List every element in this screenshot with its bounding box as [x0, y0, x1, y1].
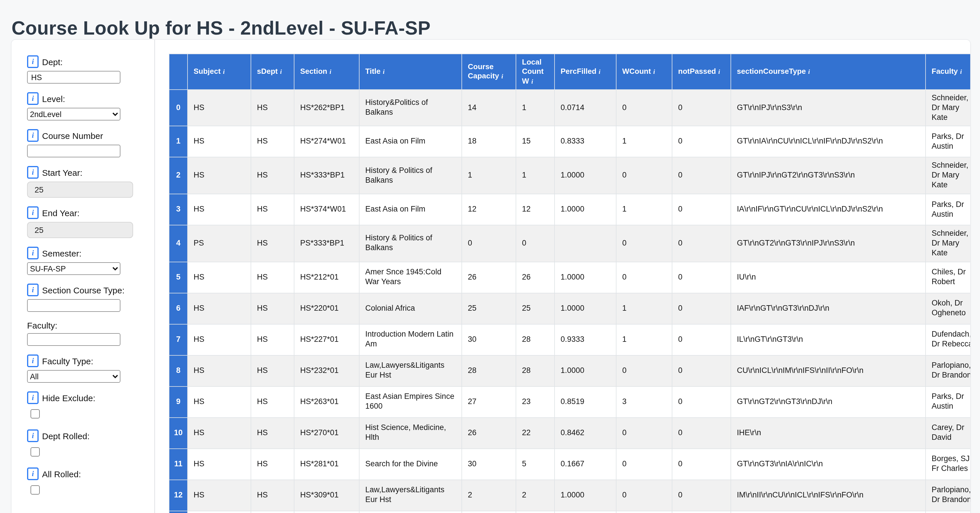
cell-subject: HS	[188, 194, 251, 225]
cell-faculty: Chiles, Dr Robert	[926, 511, 970, 513]
cell-faculty: Parks, Dr Austin	[926, 126, 970, 157]
cell-perc_filled	[555, 511, 616, 513]
cell-title: East Asian Empires Since 1600	[359, 386, 462, 417]
cell-wcount: 0	[616, 225, 672, 262]
cell-local_count_w: 1	[516, 90, 555, 126]
header-info-icon: i	[329, 68, 331, 75]
cell-section: HS*220*01	[294, 293, 359, 324]
filter-label-text: Level:	[42, 94, 65, 104]
cell-local_count_w: 25	[516, 293, 555, 324]
cell-sdept: HS	[251, 448, 294, 480]
filter-group-section-course-type: iSection Course Type:	[27, 284, 154, 312]
cell-index: 11	[169, 448, 188, 480]
cell-wcount: 0	[616, 355, 672, 386]
page-title: Course Look Up for HS - 2ndLevel - SU-FA…	[11, 17, 431, 39]
dept-input[interactable]	[27, 71, 121, 84]
table-panel: SubjectisDeptiSectioniTitleiCourse Capac…	[156, 40, 970, 513]
cell-wcount	[616, 511, 672, 513]
filter-label-end-year: iEnd Year:	[27, 206, 154, 219]
cell-sdept: HS	[251, 157, 294, 194]
course-number-input[interactable]	[27, 145, 121, 157]
cell-section_course_type: IM\r\nII\r\nCU\r\nICL\r\nIFS\r\nFO\r\n	[731, 480, 926, 511]
filter-label-section-course-type: iSection Course Type:	[27, 284, 154, 296]
filter-label-start-year: iStart Year:	[27, 166, 154, 179]
info-icon: i	[27, 354, 38, 367]
column-header-label: Title	[365, 67, 380, 76]
info-icon: i	[27, 467, 38, 480]
cell-subject: HS	[188, 417, 251, 448]
cell-sdept: HS	[251, 126, 294, 157]
cell-local_count_w: 0	[516, 225, 555, 262]
cell-perc_filled: 0.8462	[555, 417, 616, 448]
cell-subject: HS	[188, 157, 251, 194]
cell-course_capacity	[462, 511, 516, 513]
table-header-row: SubjectisDeptiSectioniTitleiCourse Capac…	[169, 54, 970, 90]
cell-course_capacity: 0	[462, 225, 516, 262]
cell-faculty: Parlopiano, Dr Brandon	[926, 480, 970, 511]
column-header-wcount: WCounti	[616, 54, 672, 90]
courses-table: SubjectisDeptiSectioniTitleiCourse Capac…	[169, 54, 970, 513]
all-rolled-checkbox[interactable]	[30, 485, 40, 495]
column-header-label: Faculty	[932, 67, 958, 76]
section-course-type-input[interactable]	[27, 299, 121, 312]
column-header-perc_filled: PercFilledi	[555, 54, 616, 90]
cell-index: 7	[169, 324, 188, 355]
cell-faculty: Parks, Dr Austin	[926, 386, 970, 417]
cell-faculty: Chiles, Dr Robert	[926, 262, 970, 293]
cell-title: America Snce	[359, 511, 462, 513]
cell-course_capacity: 30	[462, 448, 516, 480]
cell-faculty: Dufendach, Dr Rebecca	[926, 324, 970, 355]
cell-title: Introduction Modern Latin Am	[359, 324, 462, 355]
cell-local_count_w: 5	[516, 448, 555, 480]
column-header-title: Titlei	[359, 54, 462, 90]
cell-wcount: 1	[616, 324, 672, 355]
cell-perc_filled: 1.0000	[555, 157, 616, 194]
cell-title: Law,Lawyers&Litigants Eur Hst	[359, 480, 462, 511]
filter-label-dept: iDept:	[27, 55, 154, 68]
cell-section: HS*212*01	[294, 262, 359, 293]
faculty-input[interactable]	[27, 333, 121, 346]
table-row: 5HSHSHS*212*01Amer Snce 1945:Cold War Ye…	[169, 262, 970, 293]
cell-course_capacity: 27	[462, 386, 516, 417]
cell-index: 13	[169, 511, 188, 513]
filter-label-all-rolled: iAll Rolled:	[27, 467, 154, 480]
cell-course_capacity: 18	[462, 126, 516, 157]
filter-label-faculty-type: iFaculty Type:	[27, 354, 154, 367]
cell-section: HS*227*01	[294, 324, 359, 355]
header-info-icon: i	[223, 68, 225, 75]
column-header-label: WCount	[622, 67, 651, 76]
cell-section_course_type: GT\r\nIA\r\nCU\r\nICL\r\nIF\r\nDJ\r\nS2\…	[731, 126, 926, 157]
table-row: 13America SnceChiles, Dr Robert	[169, 511, 970, 513]
cell-local_count_w: 12	[516, 194, 555, 225]
dept-rolled-checkbox[interactable]	[30, 447, 40, 457]
info-icon: i	[27, 391, 38, 404]
cell-faculty: Borges, SJ Fr Charles	[926, 448, 970, 480]
column-header-index	[169, 54, 188, 90]
cell-section_course_type: GT\r\nGT2\r\nGT3\r\nIPJ\r\nS3\r\n	[731, 225, 926, 262]
level-select[interactable]: 2ndLevel	[27, 108, 121, 121]
faculty-type-select[interactable]: All	[27, 370, 121, 383]
cell-section_course_type: IHE\r\n	[731, 417, 926, 448]
table-row: 3HSHSHS*374*W01East Asia on Film12121.00…	[169, 194, 970, 225]
header-info-icon: i	[960, 68, 962, 75]
cell-index: 3	[169, 194, 188, 225]
filter-label-text: Faculty:	[27, 320, 57, 330]
cell-not_passed: 0	[672, 157, 731, 194]
hide-exclude-checkbox[interactable]	[30, 409, 40, 419]
info-icon: i	[27, 206, 38, 219]
cell-section_course_type: CU\r\nICL\r\nIM\r\nIFS\r\nII\r\nFO\r\n	[731, 355, 926, 386]
table-row: 2HSHSHS*333*BP1History & Politics of Bal…	[169, 157, 970, 194]
cell-not_passed: 0	[672, 90, 731, 126]
column-header-section: Sectioni	[294, 54, 359, 90]
filter-group-dept-rolled: iDept Rolled:	[27, 429, 154, 459]
cell-course_capacity: 14	[462, 90, 516, 126]
cell-index: 12	[169, 480, 188, 511]
filter-label-level: iLevel:	[27, 92, 154, 105]
cell-section: HS*263*01	[294, 386, 359, 417]
cell-subject: HS	[188, 355, 251, 386]
semester-select[interactable]: SU-FA-SP	[27, 262, 121, 275]
cell-perc_filled: 0.1667	[555, 448, 616, 480]
cell-local_count_w: 2	[516, 480, 555, 511]
filter-label-text: Dept:	[42, 57, 63, 67]
cell-course_capacity: 26	[462, 417, 516, 448]
